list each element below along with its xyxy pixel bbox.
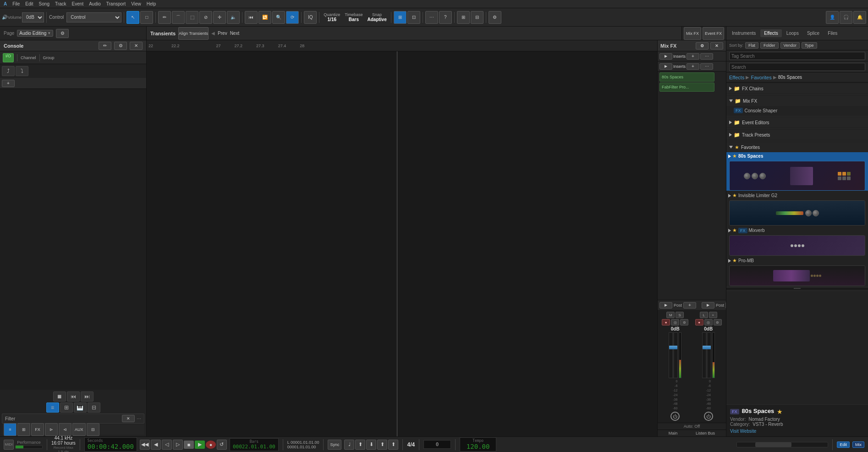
fader-2[interactable] [702,332,711,378]
aux-label-btn[interactable]: AUX [72,423,86,436]
menu-audio[interactable]: Audio [89,1,101,6]
ch-btn3-1[interactable]: ⊚ [680,319,688,325]
filter-more[interactable]: ⋯ [137,416,141,421]
metro-btn1[interactable]: ♩ [344,440,354,450]
preset-star-btn[interactable]: ★ [777,408,783,415]
panel-resize-handle[interactable]: ━━━ [726,287,868,290]
console-nav-down[interactable]: ⤵ [16,66,28,76]
fader-1[interactable] [669,332,678,378]
event-editors-header[interactable]: 📁 Event Editors [726,117,868,127]
mix-fx-header[interactable]: 📁 Mix FX [726,96,868,106]
iq-btn[interactable]: IQ [304,11,317,24]
console-pencil-btn[interactable]: ✏ [99,42,111,50]
menu-help[interactable]: Help [147,1,156,6]
mute-tool-btn[interactable]: ⊘ [199,11,212,24]
ch-rec-btn-2[interactable]: ● [695,319,703,325]
zoom-btn[interactable]: 🔍 [272,11,285,24]
time-sig-value[interactable]: 4/4 [407,441,415,448]
transport-loop-btn[interactable]: ↺ [217,440,227,450]
view-btn[interactable]: ⊟ [471,11,483,24]
insert-slot-2[interactable]: FabFilter Pro... [659,83,714,92]
inserts-collapse-btn1[interactable]: ▶ [659,53,672,60]
transport-record-btn[interactable]: ● [206,441,216,449]
pro-mb-row[interactable]: ★ Pro-MB [726,257,868,265]
favorites-header[interactable]: ★ Favorites [726,142,868,152]
transport-prev-btn[interactable]: ◀◀ [140,440,150,450]
power-btn-2[interactable]: ⏻ [704,412,713,421]
sort-type-btn[interactable]: Type [802,42,817,49]
event-fx-btn[interactable]: Event FX [703,27,724,40]
rewind-btn[interactable]: ⏮ [245,11,258,24]
piano-btn[interactable]: 🎹 [74,402,87,413]
aux-active-btn[interactable]: ≡ [4,423,16,436]
pointer-tool-btn[interactable]: ↖ [126,11,139,24]
mixverb-row[interactable]: ★ FX Mixverb [726,226,868,234]
sort-folder-btn[interactable]: Folder [760,42,779,49]
inserts-add-btn1[interactable]: + [687,53,699,60]
plus-btn-2[interactable]: + [709,312,717,318]
page-mode-select[interactable]: Audio Editing ▼ [17,30,53,37]
inserts-collapse-btn2[interactable]: ▶ [659,63,672,70]
quantize-value[interactable]: 1/16 [328,17,336,22]
track-presets-header[interactable]: 📁 Track Presets [726,130,868,140]
aux-btn4[interactable]: ⊲ [59,423,71,436]
align-transients-btn[interactable]: Align Transients [178,27,209,40]
active-btn[interactable]: ≡ [46,402,59,413]
skip-btn[interactable]: ⏭ [81,391,93,402]
loop-btn[interactable]: 🔁 [258,11,271,24]
invisible-limiter-header[interactable]: ★ Invisible Limiter G2 [726,192,868,199]
aux-grid-btn[interactable]: ⊟ [87,423,99,436]
menu-track[interactable]: Track [55,1,66,6]
tab-loops[interactable]: Loops [783,29,802,37]
console-nav-up[interactable]: ⤴ [2,66,15,76]
solo-btn-1[interactable]: S [676,312,684,318]
ch-btn2-1[interactable]: ◎ [671,319,679,325]
menu-event[interactable]: Event [72,1,84,6]
tab-instruments[interactable]: Instruments [728,29,759,37]
menu-file[interactable]: File [12,1,20,6]
sync-btn[interactable]: Sync [328,440,341,450]
inserts-more-btn2[interactable]: ⋯ [700,63,713,70]
stop-btn[interactable]: ⏹ [53,391,66,402]
main-ch-label[interactable]: Main [669,431,678,435]
settings-btn[interactable]: ⚙ [489,11,501,24]
crosshair-tool-btn[interactable]: ✛ [213,11,226,24]
prev-btn[interactable]: Prev [218,31,227,36]
inserts-add-btn2[interactable]: + [687,63,699,70]
transport-stop-btn[interactable]: ■ [184,441,194,449]
search-input[interactable] [729,63,865,71]
pro-mb-star[interactable]: ★ [732,258,737,264]
invisible-limiter-thumbnail[interactable] [729,200,865,226]
play-prev-btn[interactable]: ⏮ [67,391,80,402]
filter-close-btn[interactable]: ✕ [122,415,135,422]
metro-btn3[interactable]: ⬇ [366,440,376,450]
control-select[interactable]: Control [66,12,121,22]
snap-active-btn[interactable]: ⊞ [394,11,407,24]
grid-btn[interactable]: ⊞ [457,11,470,24]
transport-prev3-btn[interactable]: ◁ [162,440,172,450]
visit-website-link[interactable]: Visit Website [730,429,756,434]
smooth-tool-btn[interactable]: ⌒ [172,11,185,24]
next-btn[interactable]: Next [230,31,240,36]
menu-view[interactable]: View [131,1,141,6]
invisible-limiter-star[interactable]: ★ [732,193,737,198]
aux-btn2[interactable]: ⊞ [17,423,30,436]
mute-btn-1[interactable]: M [666,312,675,318]
fx-btn[interactable]: FX [31,423,44,436]
tag-search-input[interactable] [729,52,865,60]
ch-btn3-2[interactable]: ⊚ [714,319,722,325]
metro-btn2[interactable]: ⬆ [355,440,365,450]
menu-transport[interactable]: Transport [106,1,126,6]
scroll-thumb[interactable] [755,442,791,447]
erase-tool-btn[interactable]: ⬚ [186,11,198,24]
tab-files[interactable]: Files [824,29,841,37]
timebase-value[interactable]: Bars [349,17,359,22]
tab-splice[interactable]: Splice [803,29,823,37]
metro-btn5[interactable]: ⬆ [388,440,398,450]
select-tool-btn[interactable]: □ [140,11,153,24]
scrub-btn[interactable]: ⟳ [286,11,299,24]
post-btn2[interactable]: ▶ [702,302,714,309]
console-close-btn[interactable]: ✕ [130,42,143,50]
mix-btn[interactable]: Mix [852,441,864,448]
more-tools-btn[interactable]: ⋯ [425,11,438,24]
